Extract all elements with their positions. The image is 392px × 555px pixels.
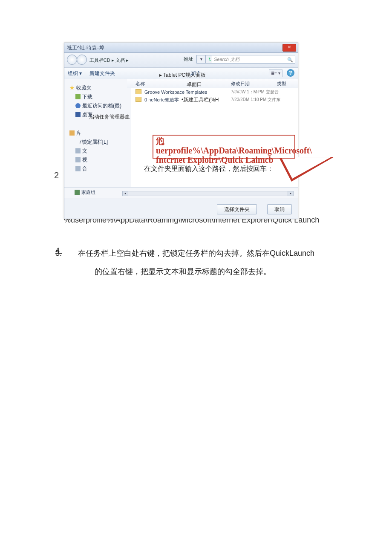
sidebar-recent[interactable]: 最近访问的档(最) — [69, 101, 131, 110]
callout-line2: fntcrnet Exploirr\Quick Laimcb — [156, 155, 292, 165]
sidebar-favorites[interactable]: 收藏夹 — [69, 84, 131, 92]
library-icon — [69, 130, 75, 136]
sidebar-sub3[interactable]: 音 — [69, 165, 131, 173]
forward-button[interactable] — [77, 55, 87, 65]
window-titlebar: 祗工^社-時袁··埠 ✕ — [64, 43, 298, 53]
folder-icon — [75, 166, 81, 171]
folder-icon — [75, 157, 81, 162]
file-name: Groove Workspace Templates — [144, 90, 207, 95]
step-number-2: 2 — [54, 171, 59, 180]
choose-folder-button[interactable]: 选择文件夹 — [217, 204, 257, 214]
sidebar-download[interactable]: 下载 — [69, 92, 131, 101]
scroll-right[interactable]: ▸ — [288, 191, 294, 196]
overlay-taskmgr: 启动任务管理器血 — [89, 113, 130, 121]
nav-bar: 工具栏CD ▸ 文档 ▸ 抱址 ▾ ↻ Search 文档 🔍 — [64, 53, 298, 68]
window-title: 祗工^社-時袁··埠 — [67, 45, 104, 51]
overlay-desktop: 卓面口 — [187, 81, 202, 88]
col-date[interactable]: 修改日期 — [231, 79, 250, 88]
cancel-button[interactable]: 取消 — [267, 204, 292, 214]
h-scrollbar[interactable]: ◂ ▸ — [122, 191, 294, 196]
overlay-newtoolbar: •新建工具栏(%H — [182, 96, 219, 104]
folder-picker-dialog: 祗工^社-時袁··埠 ✕ 工具栏CD ▸ 文档 ▸ 抱址 ▾ ↻ Search … — [64, 43, 298, 219]
sidebar: 收藏夹 下载 最近访问的档(最) 桌面 启动任务管理器血 库 7锁定属栏[L] … — [64, 79, 131, 201]
button-bar: 选择文件夹 取消 — [64, 199, 298, 219]
step3-line2: 的位置右键，把显示文本和显示标题的勾全部去掉。 — [95, 263, 328, 281]
back-button[interactable] — [67, 55, 77, 65]
search-icon: 🔍 — [287, 56, 293, 62]
search-placeholder: Search 文档 — [214, 57, 239, 62]
star-icon — [69, 85, 75, 90]
folder-icon — [75, 148, 81, 153]
sidebar-library[interactable]: 库 — [69, 129, 131, 138]
scroll-left[interactable]: ◂ — [122, 191, 128, 196]
sidebar-sub1[interactable]: 文 — [69, 147, 131, 156]
close-button[interactable]: ✕ — [282, 44, 296, 52]
search-input[interactable]: Search 文档 🔍 — [211, 55, 295, 64]
folder-icon — [135, 89, 141, 94]
instruction-text: 在文件夹里面输入这个路径，然后按回车： — [144, 165, 274, 173]
step-3: 4 3. 在任务栏上空白处右键，把锁定任务栏的勾去掉。然后在QuickLaunc… — [55, 244, 328, 281]
folder-icon — [135, 97, 141, 102]
file-row[interactable]: 0 neNcrte笔迫零 •新建工具栏(%H 7/23/2DM 1:10 PM … — [127, 96, 298, 104]
address-dropdown[interactable]: ▾ — [196, 55, 206, 64]
columns-header: 名称 修改日期 类型 — [127, 79, 298, 88]
desktop-icon — [75, 112, 81, 117]
sidebar-lock: 7锁定属栏[L] — [69, 138, 131, 147]
sidebar-homegroup[interactable]: 家庭组 — [75, 189, 95, 196]
organize-menu[interactable]: 组织 ▾ — [68, 70, 82, 76]
col-type[interactable]: 类型 — [277, 79, 286, 88]
dialog-body: 收藏夹 下载 最近访问的档(最) 桌面 启动任务管理器血 库 7锁定属栏[L] … — [64, 79, 298, 199]
homegroup-icon — [75, 190, 80, 195]
view-button[interactable]: ≣≡ ▾ — [269, 69, 282, 77]
address-fragment: 抱址 — [184, 56, 193, 62]
recent-icon — [75, 103, 81, 108]
file-name: 0 neNcrte笔迫零 — [144, 97, 179, 102]
step3-line1: 在任务栏上空白处右键，把锁定任务栏的勾去掉。然后在QuickLaunch — [78, 249, 314, 257]
nav-buttons[interactable] — [67, 55, 85, 66]
file-row[interactable]: Groove Workspace Templates 7/JVJW 1：M·PM… — [127, 88, 298, 96]
col-name[interactable]: 名称 — [135, 79, 145, 88]
newfolder-button[interactable]: 新建文件夹 — [89, 70, 115, 76]
file-date: 7/23/2DM 1:10 PM 文件东 — [231, 96, 280, 104]
step-number-3: 4 3. — [55, 244, 76, 263]
overlay-tablet: ▸ Tablet PC规入面板 — [159, 72, 206, 79]
path-callout: 尦uerprofile%\AppData\Roaming\Microsoft\ … — [153, 135, 295, 159]
help-button[interactable]: ? — [287, 69, 294, 77]
breadcrumb[interactable]: 工具栏CD ▸ 文档 ▸ — [89, 57, 129, 64]
callout-line1: 尦uerprofile%\AppData\Roaming\Microsoft\ — [156, 136, 292, 155]
sidebar-sub2[interactable]: 视 — [69, 156, 131, 165]
file-list: 名称 修改日期 类型 ▸ Tablet PC规入面板 卓面口 Groove Wo… — [127, 79, 298, 199]
bottom-panel: 家庭组 ◂ ▸ — [64, 187, 298, 199]
file-date: 7/JVJW 1：M·PM 交瑟云 — [231, 88, 279, 96]
download-icon — [75, 94, 81, 99]
